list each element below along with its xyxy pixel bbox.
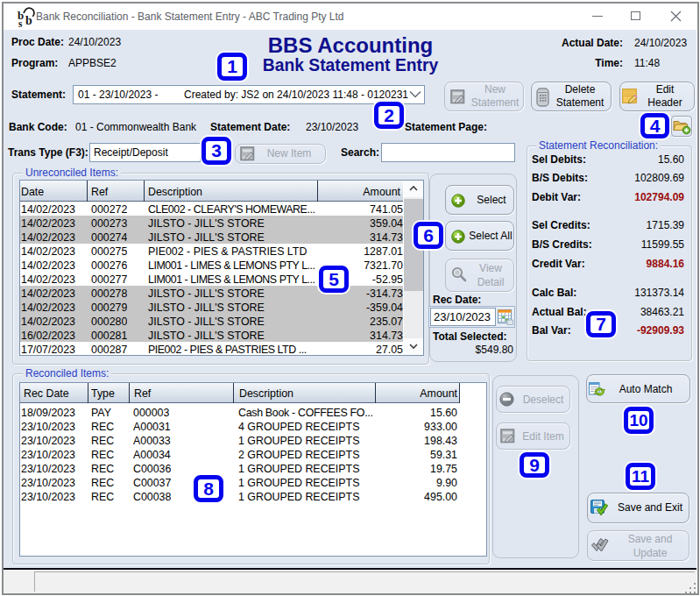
svg-text:b: b [25, 14, 32, 27]
svg-text:s: s [18, 18, 23, 28]
